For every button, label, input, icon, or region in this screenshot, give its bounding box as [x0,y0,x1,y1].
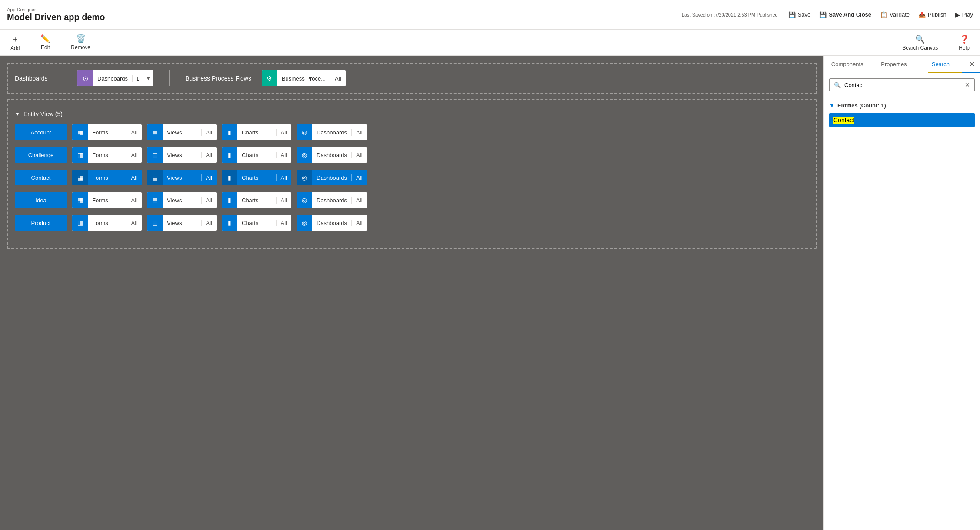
comp-badge-label-views: Views [163,220,201,226]
tab-properties[interactable]: Properties [870,56,917,73]
top-bar-right: Last Saved on :7/20/2021 2:53 PM Publish… [682,11,973,18]
comp-badge-contact-forms[interactable]: ▦FormsAll [72,170,142,185]
help-button[interactable]: ❓ Help [955,33,973,53]
entities-collapse-arrow[interactable]: ▼ [829,102,835,109]
comp-badge-challenge-charts[interactable]: ▮ChartsAll [222,147,291,163]
tab-search[interactable]: Search [917,56,964,73]
comp-badge-contact-charts[interactable]: ▮ChartsAll [222,170,291,185]
comp-badge-all-charts: All [276,197,291,204]
bpf-badge[interactable]: ⚙ Business Proce... All [262,70,346,86]
comp-badge-idea-views[interactable]: ▤ViewsAll [147,192,217,208]
search-input[interactable] [844,82,961,88]
remove-button[interactable]: 🗑️ Remove [67,32,94,53]
side-panel-close-button[interactable]: ✕ [964,56,980,73]
comp-badge-account-forms[interactable]: ▦FormsAll [72,124,142,140]
comp-badge-all-forms: All [127,220,142,226]
canvas-content: Dashboards ⊙ Dashboards 1 ▼ Business Pro… [0,56,823,261]
comp-badge-all-forms: All [127,197,142,204]
search-icon: 🔍 [834,82,841,88]
bpf-divider [169,70,170,86]
entity-name-btn-account[interactable]: Account [15,124,67,140]
comp-badge-all-forms: All [127,129,142,136]
side-panel: Components Properties Search ✕ 🔍 ✕ ▼ Ent… [823,56,980,530]
side-panel-results: ▼ Entities (Count: 1) Contact [824,97,980,132]
views-icon: ▤ [147,147,163,163]
main-layout: Dashboards ⊙ Dashboards 1 ▼ Business Pro… [0,56,980,530]
search-box: 🔍 ✕ [829,78,975,91]
search-clear-button[interactable]: ✕ [965,81,970,88]
comp-badge-contact-views[interactable]: ▤ViewsAll [147,170,217,185]
comp-badge-all-dashboards: All [351,220,367,226]
dashboards-icon: ◎ [297,147,312,163]
comp-badge-label-forms: Forms [88,220,127,226]
comp-badge-all-dashboards: All [351,174,367,181]
comp-badge-challenge-dashboards[interactable]: ◎DashboardsAll [297,147,367,163]
search-result-item[interactable]: Contact [829,113,975,127]
comp-badge-label-forms: Forms [88,197,127,204]
comp-badge-label-dashboards: Dashboards [312,197,351,204]
comp-badge-label-charts: Charts [237,152,276,158]
dashboards-badge[interactable]: ⊙ Dashboards 1 ▼ [77,70,153,86]
dashboards-dropdown-arrow[interactable]: ▼ [143,70,153,86]
entity-name-btn-idea[interactable]: Idea [15,192,67,208]
publish-icon: 📤 [918,11,926,18]
canvas-area[interactable]: Dashboards ⊙ Dashboards 1 ▼ Business Pro… [0,56,823,530]
comp-badge-label-forms: Forms [88,152,127,158]
edit-button[interactable]: ✏️ Edit [37,32,53,53]
entity-row-idea: Idea▦FormsAll▤ViewsAll▮ChartsAll◎Dashboa… [15,192,809,208]
comp-badge-label-charts: Charts [237,197,276,204]
publish-button[interactable]: 📤 Publish [918,11,947,18]
charts-icon: ▮ [222,215,237,231]
comp-badge-challenge-forms[interactable]: ▦FormsAll [72,147,142,163]
entity-view-collapse-arrow[interactable]: ▼ [15,111,20,117]
validate-button[interactable]: 📋 Validate [880,11,910,18]
entity-name-btn-challenge[interactable]: Challenge [15,147,67,163]
dashboards-section-row: Dashboards ⊙ Dashboards 1 ▼ Business Pro… [7,63,817,94]
save-and-close-button[interactable]: 💾 Save And Close [819,11,871,18]
comp-badge-product-forms[interactable]: ▦FormsAll [72,215,142,231]
comp-badge-label-charts: Charts [237,129,276,136]
forms-icon: ▦ [72,192,88,208]
comp-badge-account-charts[interactable]: ▮ChartsAll [222,124,291,140]
comp-badge-product-charts[interactable]: ▮ChartsAll [222,215,291,231]
comp-badge-all-charts: All [276,220,291,226]
toolbar: ＋ Add ✏️ Edit 🗑️ Remove 🔍 Search Canvas … [0,30,980,56]
comp-badge-all-views: All [201,220,217,226]
forms-icon: ▦ [72,147,88,163]
comp-badge-all-charts: All [276,152,291,158]
comp-badge-contact-dashboards[interactable]: ◎DashboardsAll [297,170,367,185]
play-button[interactable]: ▶ Play [955,11,973,18]
save-icon: 💾 [788,11,796,18]
dashboards-section: Dashboards ⊙ Dashboards 1 ▼ Business Pro… [15,70,809,86]
comp-badge-idea-charts[interactable]: ▮ChartsAll [222,192,291,208]
dashboards-badge-count: 1 [132,75,143,82]
comp-badge-product-dashboards[interactable]: ◎DashboardsAll [297,215,367,231]
forms-icon: ▦ [72,215,88,231]
bpf-label: Business Process Flows [185,75,251,82]
comp-badge-account-dashboards[interactable]: ◎DashboardsAll [297,124,367,140]
comp-badge-all-charts: All [276,129,291,136]
comp-badge-product-views[interactable]: ▤ViewsAll [147,215,217,231]
dashboards-icon: ◎ [297,124,312,140]
add-button[interactable]: ＋ Add [7,32,23,53]
dashboards-badge-icon: ⊙ [77,70,93,86]
comp-badge-account-views[interactable]: ▤ViewsAll [147,124,217,140]
entity-rows-container: Account▦FormsAll▤ViewsAll▮ChartsAll◎Dash… [15,124,809,231]
entity-name-btn-product[interactable]: Product [15,215,67,231]
comp-badge-all-forms: All [127,152,142,158]
comp-badge-all-dashboards: All [351,129,367,136]
comp-badge-challenge-views[interactable]: ▤ViewsAll [147,147,217,163]
comp-badge-all-views: All [201,152,217,158]
tab-components[interactable]: Components [824,56,870,73]
entity-row-product: Product▦FormsAll▤ViewsAll▮ChartsAll◎Dash… [15,215,809,231]
comp-badge-idea-forms[interactable]: ▦FormsAll [72,192,142,208]
bpf-badge-all: All [330,75,345,82]
forms-icon: ▦ [72,170,88,185]
search-result-highlight: Contact [833,117,854,124]
comp-badge-idea-dashboards[interactable]: ◎DashboardsAll [297,192,367,208]
entities-count-header[interactable]: ▼ Entities (Count: 1) [829,102,975,109]
toolbar-left: ＋ Add ✏️ Edit 🗑️ Remove [7,32,94,53]
entity-name-btn-contact[interactable]: Contact [15,170,67,185]
search-canvas-button[interactable]: 🔍 Search Canvas [899,33,941,53]
save-button[interactable]: 💾 Save [788,11,811,18]
